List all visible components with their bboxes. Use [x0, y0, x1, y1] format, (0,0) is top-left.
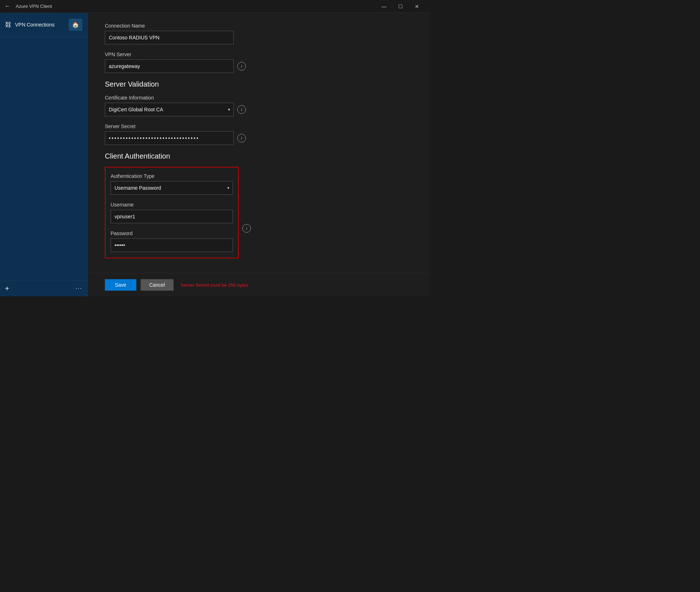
error-message: Server Secret must be 256 bytes — [181, 282, 248, 288]
certificate-info-select[interactable]: DigiCert Global Root CA — [105, 103, 234, 116]
auth-type-label: Authentication Type — [111, 173, 233, 179]
vpn-server-group: VPN Server i — [105, 52, 412, 73]
sidebar: ⛓ VPN Connections 🏠 + ··· — [0, 13, 88, 296]
client-auth-box: Authentication Type Username Password ▾ … — [105, 167, 239, 258]
back-arrow[interactable]: ← — [4, 3, 11, 10]
connection-name-label: Connection Name — [105, 23, 412, 29]
sidebar-title: VPN Connections — [15, 22, 55, 28]
close-button[interactable]: ✕ — [409, 1, 425, 12]
server-secret-group: Server Secret i — [105, 123, 412, 145]
app-title: Azure VPN Client — [16, 4, 52, 9]
vpn-server-input[interactable] — [105, 59, 234, 73]
cancel-button[interactable]: Cancel — [141, 279, 174, 291]
vpn-connections-icon: ⛓ — [5, 21, 11, 29]
connection-name-row — [105, 31, 412, 44]
vpn-server-label: VPN Server — [105, 52, 412, 57]
username-group: Username — [111, 202, 233, 223]
sidebar-header-left: ⛓ VPN Connections — [5, 21, 55, 29]
save-button[interactable]: Save — [105, 279, 136, 291]
auth-type-select[interactable]: Username Password — [111, 181, 233, 195]
home-button[interactable]: 🏠 — [69, 19, 82, 31]
server-secret-info-icon[interactable]: i — [237, 134, 246, 142]
title-bar-left: ← Azure VPN Client — [4, 3, 52, 10]
app-body: ⛓ VPN Connections 🏠 + ··· Connection Nam… — [0, 13, 429, 296]
server-validation-heading: Server Validation — [105, 80, 412, 88]
auth-type-wrapper: Username Password ▾ — [111, 181, 233, 195]
add-connection-button[interactable]: + — [5, 285, 9, 292]
connection-name-group: Connection Name — [105, 23, 412, 44]
username-label: Username — [111, 202, 233, 208]
home-icon: 🏠 — [72, 21, 79, 28]
server-secret-row: i — [105, 131, 412, 145]
client-auth-heading: Client Authentication — [105, 152, 412, 160]
client-auth-info-icon[interactable]: i — [242, 224, 251, 233]
username-input[interactable] — [111, 210, 233, 223]
connection-name-input[interactable] — [105, 31, 234, 44]
certificate-info-label: Certificate Information — [105, 95, 412, 101]
password-input[interactable] — [111, 238, 233, 252]
main-content: Connection Name VPN Server i Server Vali… — [88, 13, 429, 296]
certificate-info-group: Certificate Information DigiCert Global … — [105, 95, 412, 116]
auth-type-group: Authentication Type Username Password ▾ — [111, 173, 233, 195]
password-group: Password — [111, 231, 233, 252]
vpn-server-info-icon[interactable]: i — [237, 62, 246, 71]
sidebar-footer: + ··· — [0, 280, 87, 296]
certificate-info-icon[interactable]: i — [237, 105, 246, 114]
certificate-info-row: DigiCert Global Root CA ▾ i — [105, 103, 412, 116]
sidebar-header: ⛓ VPN Connections 🏠 — [0, 13, 87, 37]
password-label: Password — [111, 231, 233, 236]
bottom-bar: Save Cancel Server Secret must be 256 by… — [88, 273, 429, 296]
title-bar-controls: — ☐ ✕ — [376, 1, 425, 12]
vpn-server-row: i — [105, 59, 412, 73]
sidebar-content — [0, 37, 87, 280]
minimize-button[interactable]: — — [376, 1, 392, 12]
more-options-button[interactable]: ··· — [76, 285, 82, 292]
server-secret-input[interactable] — [105, 131, 234, 145]
server-secret-label: Server Secret — [105, 123, 412, 129]
maximize-button[interactable]: ☐ — [392, 1, 409, 12]
certificate-info-wrapper: DigiCert Global Root CA ▾ — [105, 103, 234, 116]
title-bar: ← Azure VPN Client — ☐ ✕ — [0, 0, 429, 13]
